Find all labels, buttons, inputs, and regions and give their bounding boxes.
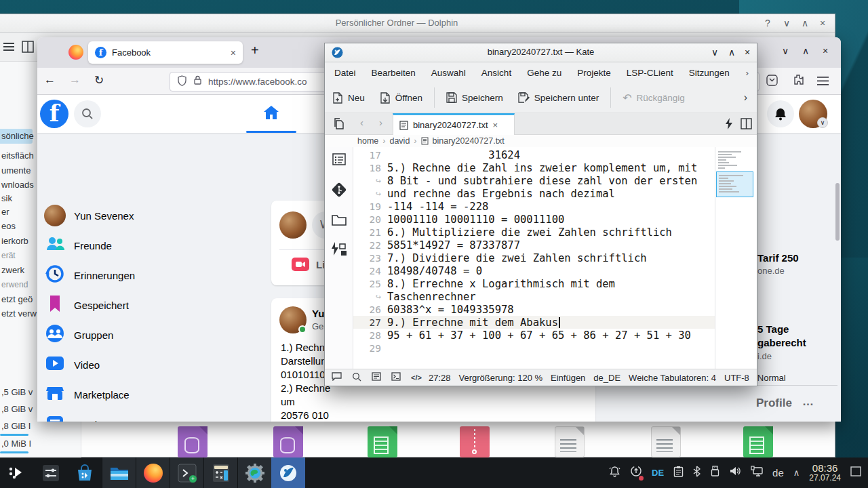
places-item[interactable]: eitsfläch [1,150,34,161]
lock-icon[interactable] [193,75,202,88]
split-view-icon[interactable] [741,118,752,132]
taskbar-kate[interactable] [271,458,305,488]
close-button[interactable]: × [745,47,750,58]
output-panel-icon[interactable] [332,372,342,383]
file-icon-text[interactable] [651,426,681,458]
places-item[interactable]: sik [1,193,12,203]
cursor-position[interactable]: 27:28 [429,373,451,383]
dictionary[interactable]: de_DE [593,373,620,383]
menu-gehezu[interactable]: Gehe zu [527,68,561,78]
editor-line[interactable]: 2010001110 10001110 = 00011100 [353,213,715,226]
places-item[interactable]: etzt geö [1,294,33,304]
places-item[interactable]: zwerk [1,265,24,275]
places-item[interactable]: wnloads [1,180,34,190]
open-file-button[interactable]: Öffnen [372,92,430,104]
menu-bearbeiten[interactable]: Bearbeiten [372,68,416,78]
editor-tab[interactable]: binary20240727.txt × [393,113,515,135]
lightning-quick-open-icon[interactable] [725,118,733,132]
external-tools-panel-icon[interactable] [330,242,348,261]
places-item[interactable]: ierkorb [1,236,28,246]
sidebar-item-friends[interactable]: Freunde [40,232,268,259]
browser-tab-facebook[interactable]: f Facebook × [88,41,243,64]
search-button[interactable] [74,100,101,127]
dolphin-titlebar[interactable]: Persönlicher Ordner — Dolphin ? ∨ ∧ × [0,14,835,33]
sidebar-item-video[interactable]: Video [40,351,268,378]
tray-expand-chevron[interactable]: ∧ [793,468,800,478]
editor-line[interactable]: 185.) Rechne die Zahl ins zweier komplem… [353,161,715,174]
input-mode[interactable]: Einfügen [551,373,585,383]
editor-text-area[interactable]: 17 31624 185.) Rechne die Zahl ins zweie… [353,148,715,354]
tab-settings[interactable]: Weiche Tabulatoren: 4 [629,373,716,383]
editor-line[interactable]: 19-114 -114 = -228 [353,200,715,213]
avatar[interactable] [279,211,307,239]
places-device-item[interactable]: ,0 MiB I [1,439,31,449]
notifications-bell-button[interactable] [767,100,794,127]
kate-editor[interactable]: 17 31624 185.) Rechne die Zahl ins zweie… [325,147,757,370]
places-item[interactable]: etzt verw [1,308,37,319]
minimize-button[interactable]: ∨ [711,47,718,58]
diagnostics-panel-icon[interactable] [372,372,381,383]
editor-line-wrapped[interactable]: ↪8 Bit - und subtrahiere diese zahl von … [353,174,715,187]
sidebar-item-memories[interactable]: Erinnerungen [40,262,268,289]
back-button[interactable]: ← [44,73,56,87]
bluetooth-icon[interactable] [693,466,701,480]
menu-lsp-client[interactable]: LSP-CLient [627,68,673,78]
places-item[interactable]: er [1,207,9,217]
home-tab-icon[interactable] [262,104,280,124]
file-icon-archive[interactable] [460,426,490,458]
editor-line-current[interactable]: 279.) Errechne mit dem Abakus [353,316,715,329]
keyboard-layout-label[interactable]: de [772,467,784,479]
editor-line[interactable]: 237.) Dividiere die zwei Zahlen schriftl… [353,251,715,264]
account-chevron-icon[interactable]: ∨ [817,117,828,128]
digital-clock[interactable]: 08:36 27.07.24 [809,462,841,483]
discover-button[interactable] [68,458,102,488]
minimize-button[interactable]: ∨ [783,18,790,28]
documents-panel-icon[interactable] [332,152,346,169]
taskbar-kcalc[interactable] [203,458,237,488]
show-desktop-button[interactable] [850,466,861,479]
highlight-mode[interactable]: Normal [757,373,786,383]
taskbar-system-settings[interactable] [237,458,271,488]
breadcrumb-david[interactable]: david [389,136,410,146]
network-display-icon[interactable] [751,466,763,479]
maximize-button[interactable]: ∧ [728,47,735,58]
editor-line[interactable]: 2418498/40748 = 0 [353,264,715,277]
places-item[interactable]: eos [1,221,16,231]
settings-sliders-button[interactable] [34,458,68,488]
editor-line[interactable]: 225851*14927 = 87337877 [353,239,715,251]
minimize-button[interactable]: ∨ [782,45,789,56]
menu-overflow-chevron[interactable]: › [746,68,757,78]
file-icon-spreadsheet[interactable] [743,426,773,458]
taskbar-dolphin[interactable] [102,458,136,488]
help-button[interactable]: ? [765,18,770,28]
maximize-button[interactable]: ∧ [802,45,809,56]
file-icon-text[interactable] [555,426,585,458]
places-device-item[interactable]: ,8 GiB v [1,404,33,414]
sidebar-item-saved[interactable]: Gespeichert [40,291,268,319]
maximize-button[interactable]: ∧ [802,18,808,28]
file-icon-database[interactable] [273,426,303,458]
editor-line[interactable]: 258.) Errechne x Logarithmisch mit dem [353,277,715,290]
more-options-icon[interactable]: … [802,395,814,409]
forward-button[interactable]: → [69,73,81,87]
documents-stack-icon[interactable] [333,118,345,133]
file-icon-database[interactable] [178,426,208,458]
filesystem-panel-icon[interactable] [332,214,347,228]
tab-close-icon[interactable]: × [231,47,236,58]
keyboard-indicator-badge[interactable]: DE [652,468,664,478]
new-file-button[interactable]: Neu [325,92,372,104]
editor-line[interactable]: 2660383^x = 1049335978 [353,303,715,316]
shield-icon[interactable] [177,75,187,89]
zoom-level[interactable]: Vergrößerung: 120 % [458,373,542,383]
tab-close-icon[interactable]: × [493,120,498,130]
sidebar-item-feeds[interactable]: Feeds [40,411,268,422]
code-mode-icon[interactable]: </> [411,373,422,382]
file-icon-spreadsheet[interactable] [368,426,397,458]
tab-next-chevron[interactable]: › [379,117,382,128]
editor-line[interactable]: 2895 + 61 + 37 + 100 + 67 + 65 + 86 + 27… [353,329,715,342]
menu-sitzungen[interactable]: Sitzungen [689,68,730,78]
view-grid-icon[interactable] [22,41,34,56]
close-button[interactable]: × [820,18,825,28]
usb-device-icon[interactable] [710,466,720,479]
hamburger-menu-icon[interactable] [3,41,16,55]
